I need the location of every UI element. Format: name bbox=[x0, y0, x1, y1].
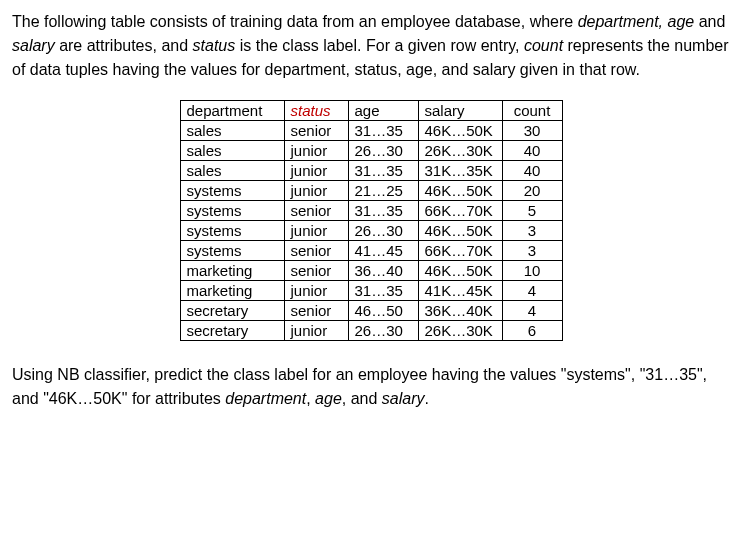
question-text: , and bbox=[342, 390, 382, 407]
cell-count: 3 bbox=[502, 241, 562, 261]
table-row: systems senior 31…35 66K…70K 5 bbox=[180, 201, 562, 221]
cell-status: junior bbox=[284, 221, 348, 241]
header-count: count bbox=[502, 101, 562, 121]
cell-salary: 41K…45K bbox=[418, 281, 502, 301]
table-row: sales junior 26…30 26K…30K 40 bbox=[180, 141, 562, 161]
cell-age: 21…25 bbox=[348, 181, 418, 201]
cell-count: 20 bbox=[502, 181, 562, 201]
cell-status: junior bbox=[284, 181, 348, 201]
cell-status: senior bbox=[284, 261, 348, 281]
cell-age: 26…30 bbox=[348, 321, 418, 341]
cell-count: 4 bbox=[502, 301, 562, 321]
question-paragraph: Using NB classifier, predict the class l… bbox=[12, 363, 730, 411]
table-row: sales senior 31…35 46K…50K 30 bbox=[180, 121, 562, 141]
cell-salary: 46K…50K bbox=[418, 121, 502, 141]
question-attr-age: age bbox=[315, 390, 342, 407]
header-salary: salary bbox=[418, 101, 502, 121]
cell-department: systems bbox=[180, 181, 284, 201]
header-age: age bbox=[348, 101, 418, 121]
data-table: department status age salary count sales… bbox=[180, 100, 563, 341]
table-row: marketing senior 36…40 46K…50K 10 bbox=[180, 261, 562, 281]
cell-department: secretary bbox=[180, 301, 284, 321]
cell-department: systems bbox=[180, 201, 284, 221]
table-row: secretary junior 26…30 26K…30K 6 bbox=[180, 321, 562, 341]
cell-count: 3 bbox=[502, 221, 562, 241]
cell-count: 30 bbox=[502, 121, 562, 141]
cell-status: senior bbox=[284, 201, 348, 221]
cell-age: 31…35 bbox=[348, 281, 418, 301]
cell-count: 10 bbox=[502, 261, 562, 281]
cell-age: 36…40 bbox=[348, 261, 418, 281]
intro-attr-dept-age: department, age bbox=[578, 13, 695, 30]
question-attr-salary: salary bbox=[382, 390, 425, 407]
cell-salary: 26K…30K bbox=[418, 321, 502, 341]
table-row: marketing junior 31…35 41K…45K 4 bbox=[180, 281, 562, 301]
cell-salary: 46K…50K bbox=[418, 261, 502, 281]
intro-attr-salary: salary bbox=[12, 37, 55, 54]
cell-count: 6 bbox=[502, 321, 562, 341]
table-row: systems junior 26…30 46K…50K 3 bbox=[180, 221, 562, 241]
cell-count: 40 bbox=[502, 161, 562, 181]
cell-age: 26…30 bbox=[348, 141, 418, 161]
table-row: sales junior 31…35 31K…35K 40 bbox=[180, 161, 562, 181]
cell-department: sales bbox=[180, 121, 284, 141]
intro-attr-count: count bbox=[524, 37, 563, 54]
cell-status: junior bbox=[284, 161, 348, 181]
header-department: department bbox=[180, 101, 284, 121]
table-row: systems senior 41…45 66K…70K 3 bbox=[180, 241, 562, 261]
cell-status: junior bbox=[284, 321, 348, 341]
table-row: secretary senior 46…50 36K…40K 4 bbox=[180, 301, 562, 321]
cell-count: 4 bbox=[502, 281, 562, 301]
table-container: department status age salary count sales… bbox=[12, 100, 730, 341]
intro-text: and bbox=[694, 13, 725, 30]
cell-department: sales bbox=[180, 161, 284, 181]
cell-status: senior bbox=[284, 301, 348, 321]
cell-department: sales bbox=[180, 141, 284, 161]
header-status: status bbox=[284, 101, 348, 121]
table-header-row: department status age salary count bbox=[180, 101, 562, 121]
cell-age: 26…30 bbox=[348, 221, 418, 241]
cell-salary: 36K…40K bbox=[418, 301, 502, 321]
table-row: systems junior 21…25 46K…50K 20 bbox=[180, 181, 562, 201]
cell-age: 31…35 bbox=[348, 121, 418, 141]
question-attr-department: department bbox=[225, 390, 306, 407]
cell-status: junior bbox=[284, 141, 348, 161]
question-text: , bbox=[306, 390, 315, 407]
cell-status: senior bbox=[284, 121, 348, 141]
cell-salary: 66K…70K bbox=[418, 241, 502, 261]
cell-count: 5 bbox=[502, 201, 562, 221]
intro-text: is the class label. For a given row entr… bbox=[235, 37, 524, 54]
cell-age: 31…35 bbox=[348, 201, 418, 221]
cell-salary: 46K…50K bbox=[418, 181, 502, 201]
question-text: . bbox=[425, 390, 429, 407]
cell-salary: 66K…70K bbox=[418, 201, 502, 221]
cell-status: senior bbox=[284, 241, 348, 261]
cell-count: 40 bbox=[502, 141, 562, 161]
cell-age: 41…45 bbox=[348, 241, 418, 261]
cell-department: secretary bbox=[180, 321, 284, 341]
cell-department: systems bbox=[180, 241, 284, 261]
cell-department: marketing bbox=[180, 281, 284, 301]
cell-salary: 31K…35K bbox=[418, 161, 502, 181]
cell-age: 31…35 bbox=[348, 161, 418, 181]
intro-paragraph: The following table consists of training… bbox=[12, 10, 730, 82]
cell-age: 46…50 bbox=[348, 301, 418, 321]
cell-department: marketing bbox=[180, 261, 284, 281]
cell-department: systems bbox=[180, 221, 284, 241]
intro-text: are attributes, and bbox=[55, 37, 193, 54]
cell-salary: 26K…30K bbox=[418, 141, 502, 161]
cell-status: junior bbox=[284, 281, 348, 301]
intro-text: The following table consists of training… bbox=[12, 13, 578, 30]
intro-attr-status: status bbox=[193, 37, 236, 54]
cell-salary: 46K…50K bbox=[418, 221, 502, 241]
